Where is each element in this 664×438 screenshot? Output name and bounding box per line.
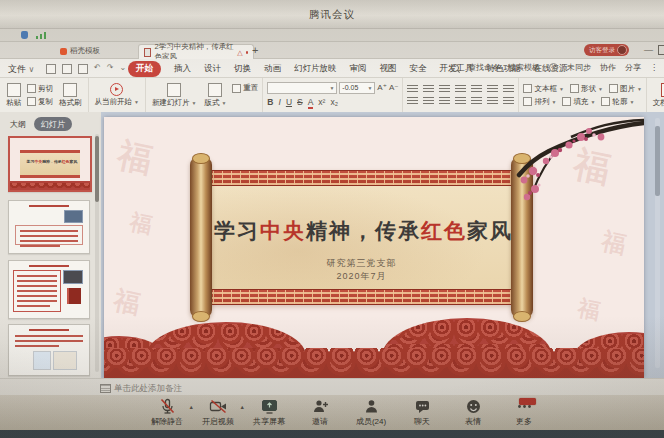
- copy-button[interactable]: 复制: [27, 97, 53, 107]
- save-icon[interactable]: [46, 64, 56, 74]
- wps-store-icon: [60, 48, 67, 55]
- strike-button[interactable]: S: [297, 97, 303, 107]
- superscript-button[interactable]: x²: [318, 97, 325, 107]
- fill-button[interactable]: 填充▼: [562, 97, 595, 107]
- slide-thumbnail-4[interactable]: [8, 324, 90, 376]
- quick-access-toolbar: ↶ ↷ ⌄: [46, 64, 126, 74]
- command-search[interactable]: 查找命令、搜索模板: [468, 62, 540, 73]
- text-direction-icon[interactable]: [439, 97, 450, 105]
- tab-template-store-label: 稻壳模板: [70, 46, 100, 56]
- more-chevron-icon[interactable]: ⌄: [119, 64, 126, 74]
- tab-template-store[interactable]: 稻壳模板: [55, 44, 105, 58]
- start-video-button[interactable]: 开启视频 ▲: [201, 398, 235, 427]
- share-screen-button[interactable]: 共享屏幕: [252, 398, 286, 427]
- italic-button[interactable]: I: [279, 97, 281, 107]
- ribbon-tab-view[interactable]: 视图: [380, 63, 397, 75]
- font-color-button[interactable]: A: [308, 97, 314, 109]
- notes-placeholder[interactable]: 单击此处添加备注: [114, 383, 182, 395]
- canvas-scrollbar[interactable]: [655, 118, 660, 368]
- file-menu[interactable]: 文件 ∨: [8, 63, 34, 76]
- justify-icon[interactable]: [455, 85, 466, 93]
- chat-button[interactable]: 聊天: [405, 398, 439, 427]
- reset-button[interactable]: 重置: [232, 83, 258, 93]
- align-left-icon[interactable]: [407, 85, 418, 93]
- more-menu-icon[interactable]: ⋮: [650, 63, 658, 72]
- panel-scrollbar-thumb[interactable]: [95, 136, 99, 202]
- align-bottom-icon[interactable]: [503, 97, 514, 105]
- align-center-icon[interactable]: [423, 85, 434, 93]
- cut-button[interactable]: 剪切: [27, 84, 53, 94]
- ribbon-tab-animation[interactable]: 动画: [264, 63, 281, 75]
- fill-icon: [562, 97, 571, 106]
- play-from-current-button[interactable]: 从当前开始▼: [93, 83, 141, 107]
- paste-button[interactable]: 粘贴: [4, 83, 23, 108]
- panel-scrollbar[interactable]: [95, 134, 99, 372]
- shield-icon: [21, 31, 28, 39]
- mic-options-caret[interactable]: ▲: [189, 404, 194, 410]
- login-button[interactable]: 访客登录: [584, 44, 629, 56]
- ribbon-tab-security[interactable]: 安全: [410, 63, 427, 75]
- new-slide-button[interactable]: 新建幻灯片▼: [150, 83, 198, 108]
- panel-tab-slides[interactable]: 幻灯片: [34, 117, 72, 131]
- slide-thumbnail-1[interactable]: 学习中央精神，传承红色家风: [8, 136, 92, 192]
- arrange-button[interactable]: 排列▼: [523, 97, 556, 107]
- indent-increase-icon[interactable]: [423, 97, 434, 105]
- textbox-button[interactable]: 文本框▼: [523, 84, 563, 94]
- shape-button[interactable]: 形状▼: [570, 84, 603, 94]
- layout-button[interactable]: 版式▼: [202, 83, 228, 108]
- line-spacing-icon[interactable]: [503, 85, 514, 93]
- print-icon[interactable]: [62, 64, 72, 74]
- ribbon-tab-home[interactable]: 开始: [128, 61, 161, 77]
- undo-icon[interactable]: ↶: [94, 64, 101, 74]
- doc-assistant-button[interactable]: 文档助手: [651, 83, 664, 108]
- slide-subtitle-2[interactable]: 2020年7月: [214, 270, 509, 283]
- align-middle-icon[interactable]: [487, 97, 498, 105]
- sync-status[interactable]: 未同步: [567, 62, 591, 73]
- collab-button[interactable]: 协作: [600, 62, 616, 73]
- decrease-font-button[interactable]: A⁻: [389, 83, 399, 92]
- underline-button[interactable]: U: [286, 97, 292, 107]
- align-top-icon[interactable]: [471, 97, 482, 105]
- align-right-icon[interactable]: [439, 85, 450, 93]
- share-button[interactable]: 分享: [625, 62, 641, 73]
- ribbon-tab-insert[interactable]: 插入: [174, 63, 191, 75]
- font-name-select[interactable]: ▼: [267, 82, 337, 94]
- bold-button[interactable]: B: [267, 97, 273, 107]
- tab-document[interactable]: 2学习中央精神，传承红色家风 △: [138, 44, 254, 59]
- slide-editor[interactable]: 福 福 福 福 福 福 学习中央精神，传承红色家风 研究第三党支部 2020年7…: [104, 117, 644, 378]
- restore-button[interactable]: [658, 45, 664, 55]
- slide-thumbnail-3[interactable]: [8, 260, 90, 319]
- invite-button[interactable]: 邀请: [303, 398, 337, 427]
- increase-font-button[interactable]: A⁺: [377, 83, 387, 92]
- panel-tab-outline[interactable]: 大纲: [10, 119, 26, 130]
- camera-options-caret[interactable]: ▲: [240, 404, 245, 410]
- slide-thumbnail-2[interactable]: [8, 200, 90, 254]
- subscript-button[interactable]: x₂: [330, 97, 338, 107]
- paragraph-group: [403, 78, 519, 112]
- indent-decrease-icon[interactable]: [407, 97, 418, 105]
- ribbon-tab-design[interactable]: 设计: [204, 63, 221, 75]
- new-tab-button[interactable]: +: [252, 44, 258, 56]
- ribbon-tab-transition[interactable]: 切换: [234, 63, 251, 75]
- columns-icon[interactable]: [455, 97, 466, 105]
- ribbon-tab-review[interactable]: 审阅: [350, 63, 367, 75]
- canvas-scrollbar-thumb[interactable]: [655, 126, 660, 196]
- bullets-icon[interactable]: [471, 85, 482, 93]
- invite-icon: [312, 398, 329, 415]
- format-painter-button[interactable]: 格式刷: [57, 83, 84, 108]
- picture-button[interactable]: 图片▼: [609, 84, 642, 94]
- end-meeting-button[interactable]: [519, 398, 536, 405]
- minimize-button[interactable]: —: [644, 45, 653, 55]
- numbering-icon[interactable]: [487, 85, 498, 93]
- slide-title[interactable]: 学习中央精神，传承红色家风: [214, 217, 509, 245]
- redo-icon[interactable]: ↷: [107, 64, 114, 74]
- preview-icon[interactable]: [78, 64, 88, 74]
- slide-group: 新建幻灯片▼ 版式▼ 重置: [146, 78, 263, 112]
- slide-subtitle-1[interactable]: 研究第三党支部: [214, 257, 509, 270]
- unmute-button[interactable]: 解除静音 ▲: [150, 398, 184, 427]
- ribbon-tab-slideshow[interactable]: 幻灯片放映: [294, 63, 337, 75]
- font-size-select[interactable]: -0.05▼: [339, 82, 375, 94]
- emoji-button[interactable]: 表情: [456, 398, 490, 427]
- outline-button[interactable]: 轮廓▼: [601, 97, 634, 107]
- members-button[interactable]: 成员(24): [354, 398, 388, 427]
